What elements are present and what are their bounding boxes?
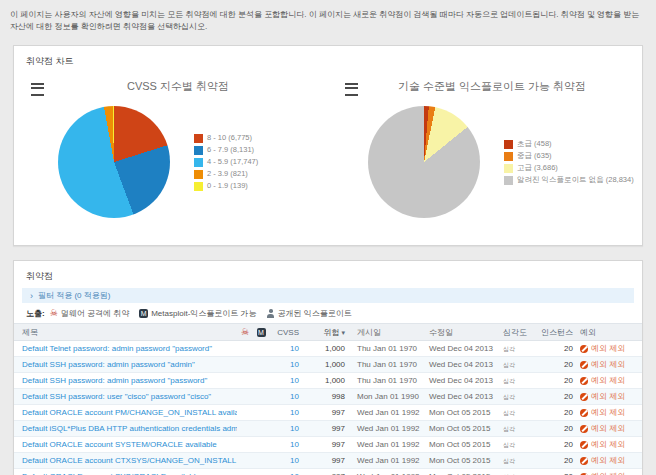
- column-header-published[interactable]: 게시일: [345, 327, 423, 338]
- vulnerability-link[interactable]: Default iSQL*Plus DBA HTTP authenticatio…: [22, 424, 237, 433]
- exposure-malware-item: ☠ 멀웨어 공격에 취약: [50, 308, 130, 319]
- column-header-metasploit[interactable]: [253, 328, 269, 337]
- exception-cell: 예외 제외: [573, 423, 642, 434]
- exclude-icon: [580, 457, 588, 465]
- instances-cell: 20: [535, 424, 573, 433]
- column-header-cvss[interactable]: CVSS: [269, 328, 299, 337]
- instances-cell: 20: [535, 344, 573, 353]
- exclude-action-link[interactable]: 예외 제외: [591, 471, 625, 475]
- cvss-cell: 10: [269, 376, 299, 385]
- table-row[interactable]: Default ORACLE account PM/CHANGE_ON_INST…: [14, 405, 642, 421]
- table-row[interactable]: Default SSH password: admin password "pa…: [14, 373, 642, 389]
- legend-item: 초급 (458): [504, 138, 634, 150]
- legend-swatch: [194, 134, 203, 143]
- title-cell: Default ORACLE account SYSTEM/ORACLE ava…: [14, 440, 237, 449]
- vulnerability-link[interactable]: Default SSH password: admin password "ad…: [22, 360, 195, 369]
- table-row[interactable]: Default ORACLE account CTXSYS/CHANGE_ON_…: [14, 453, 642, 469]
- exception-cell: 예외 제외: [573, 343, 642, 354]
- legend-swatch: [194, 170, 203, 179]
- chart-menu-icon[interactable]: [345, 83, 358, 96]
- column-header-exceptions[interactable]: 예외: [573, 327, 642, 338]
- exclude-icon: [580, 361, 588, 369]
- severity-cell: 심각: [495, 440, 535, 450]
- exclude-action-link[interactable]: 예외 제외: [591, 423, 625, 434]
- exclude-action-link[interactable]: 예외 제외: [591, 455, 625, 466]
- exploit-pie-chart: [368, 106, 480, 218]
- column-header-modified[interactable]: 수정일: [423, 327, 495, 338]
- legend-item: 0 - 1.9 (139): [194, 180, 258, 192]
- severity-cell: 심각: [495, 408, 535, 418]
- vulnerability-link[interactable]: Default SSH password: user "cisco" passw…: [22, 392, 211, 401]
- legend-item: 4 - 5.9 (17,747): [194, 156, 258, 168]
- exclude-icon: [580, 393, 588, 401]
- vulnerability-link[interactable]: Default ORACLE account PM/CHANGE_ON_INST…: [22, 408, 237, 417]
- legend-label: 8 - 10 (6,775): [207, 132, 252, 144]
- cvss-pie-chart: [58, 106, 170, 218]
- vulnerability-link[interactable]: Default Telnet password: admin password …: [22, 344, 212, 353]
- exclude-action-link[interactable]: 예외 제외: [591, 407, 625, 418]
- severity-badge: 심각: [503, 394, 515, 400]
- exclude-action-link[interactable]: 예외 제외: [591, 391, 625, 402]
- cvss-cell: 10: [269, 424, 299, 433]
- cvss-link[interactable]: 10: [290, 440, 299, 449]
- severity-badge: 심각: [503, 346, 515, 352]
- exclude-action-link[interactable]: 예외 제외: [591, 375, 625, 386]
- exposure-legend: 노출: ☠ 멀웨어 공격에 취약 Metasploit-익스플로이트 가능 공개…: [14, 303, 642, 323]
- filter-toggle[interactable]: › 필터 적용 (0 적용됨): [22, 288, 634, 303]
- published-cell: Thu Jan 01 1970: [345, 360, 423, 369]
- cvss-link[interactable]: 10: [290, 360, 299, 369]
- exception-cell: 예외 제외: [573, 375, 642, 386]
- published-cell: Wed Jan 01 1992: [345, 408, 423, 417]
- column-header-risk[interactable]: 위험▾: [299, 327, 345, 338]
- cvss-link[interactable]: 10: [290, 392, 299, 401]
- risk-cell: 1,000: [299, 376, 345, 385]
- modified-cell: Wed Dec 04 2013: [423, 376, 495, 385]
- cvss-cell: 10: [269, 456, 299, 465]
- title-cell: Default SSH password: user "cisco" passw…: [14, 392, 237, 401]
- exposure-metasploit-item: Metasploit-익스플로이트 가능: [139, 308, 256, 319]
- legend-swatch: [504, 152, 513, 161]
- column-header-malware[interactable]: ☠: [237, 328, 253, 337]
- vulnerability-link[interactable]: Default SSH password: admin password "pa…: [22, 376, 207, 385]
- vulnerability-link[interactable]: Default ORACLE account CTXSYS/CHANGE_ON_…: [22, 456, 237, 465]
- chart-menu-icon[interactable]: [31, 83, 44, 96]
- legend-swatch: [504, 176, 513, 185]
- cvss-cell: 10: [269, 440, 299, 449]
- risk-cell: 998: [299, 392, 345, 401]
- legend-item: 2 - 3.9 (821): [194, 168, 258, 180]
- instances-cell: 20: [535, 456, 573, 465]
- exception-cell: 예외 제외: [573, 359, 642, 370]
- legend-item: 중급 (635): [504, 150, 634, 162]
- legend-label: 초급 (458): [517, 138, 552, 150]
- instances-cell: 20: [535, 392, 573, 401]
- exclude-action-link[interactable]: 예외 제외: [591, 343, 625, 354]
- exclude-action-link[interactable]: 예외 제외: [591, 359, 625, 370]
- published-cell: Wed Jan 01 1992: [345, 440, 423, 449]
- table-row[interactable]: Default ORACLE account SYSTEM/ORACLE ava…: [14, 437, 642, 453]
- column-header-title[interactable]: 제목: [14, 327, 237, 338]
- public-exploit-icon: [267, 309, 275, 318]
- exclude-action-link[interactable]: 예외 제외: [591, 439, 625, 450]
- risk-cell: 997: [299, 408, 345, 417]
- legend-swatch: [194, 158, 203, 167]
- column-header-instances[interactable]: 인스턴스: [535, 327, 573, 338]
- cvss-cell: 10: [269, 392, 299, 401]
- cvss-link[interactable]: 10: [290, 456, 299, 465]
- exclude-icon: [580, 409, 588, 417]
- malware-icon: ☠: [241, 327, 249, 337]
- column-header-severity[interactable]: 심각도: [495, 327, 535, 338]
- title-cell: Default SSH password: admin password "pa…: [14, 376, 237, 385]
- table-row[interactable]: Default ORACLE account SYS/ORACLE availa…: [14, 469, 642, 475]
- table-row[interactable]: Default Telnet password: admin password …: [14, 341, 642, 357]
- cvss-link[interactable]: 10: [290, 408, 299, 417]
- exploit-chart-panel: 기술 수준별 익스플로이트 가능 취약점 초급 (458)중급 (635)고급 …: [328, 71, 642, 218]
- published-cell: Thu Jan 01 1970: [345, 344, 423, 353]
- cvss-link[interactable]: 10: [290, 424, 299, 433]
- table-row[interactable]: Default SSH password: admin password "ad…: [14, 357, 642, 373]
- table-row[interactable]: Default SSH password: user "cisco" passw…: [14, 389, 642, 405]
- cvss-link[interactable]: 10: [290, 376, 299, 385]
- cvss-link[interactable]: 10: [290, 344, 299, 353]
- cvss-chart-title: CVSS 지수별 취약점: [14, 79, 328, 94]
- table-row[interactable]: Default iSQL*Plus DBA HTTP authenticatio…: [14, 421, 642, 437]
- vulnerability-link[interactable]: Default ORACLE account SYSTEM/ORACLE ava…: [22, 440, 217, 449]
